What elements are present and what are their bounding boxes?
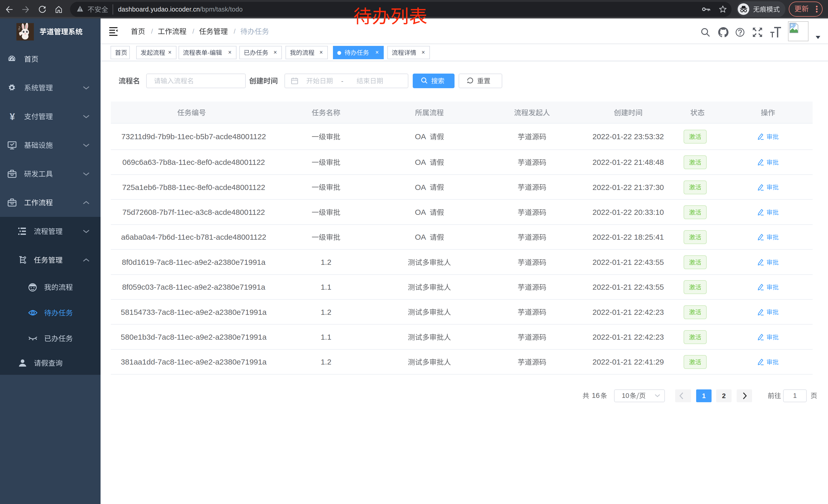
svg-text:¥: ¥ <box>10 111 15 122</box>
